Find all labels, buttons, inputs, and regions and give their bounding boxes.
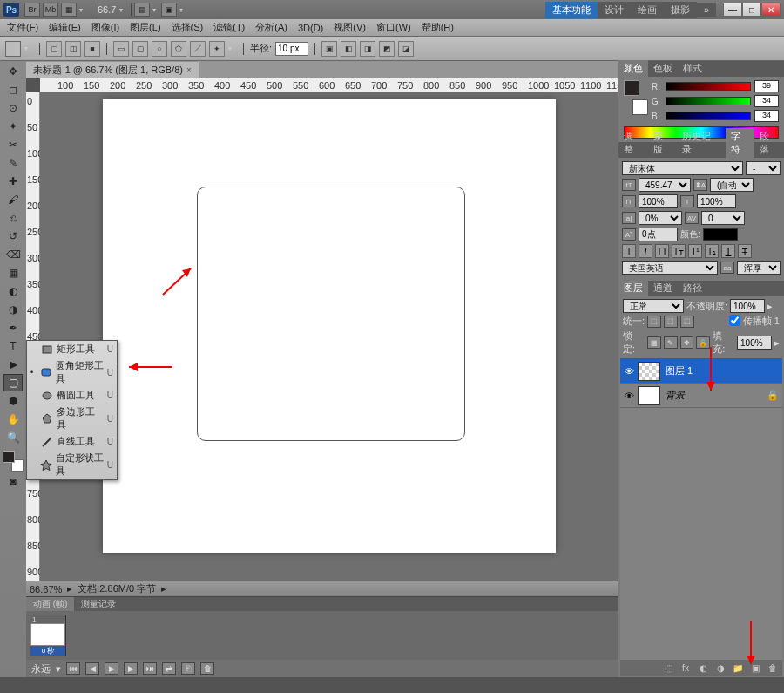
loop-selector[interactable]: 永远 xyxy=(31,662,51,676)
propagate-frame-checkbox[interactable] xyxy=(729,315,740,326)
paths-mode[interactable]: ◫ xyxy=(65,41,81,57)
shape-tool[interactable]: ▢ xyxy=(3,374,23,391)
paths-tab[interactable]: 路径 xyxy=(678,280,707,296)
opacity-input[interactable] xyxy=(730,299,765,313)
close-button[interactable]: ✕ xyxy=(761,3,781,17)
g-slider[interactable] xyxy=(666,97,751,105)
allcaps-button[interactable]: TT xyxy=(655,244,669,258)
menu-view[interactable]: 视图(V) xyxy=(330,21,369,34)
menu-file[interactable]: 文件(F) xyxy=(3,21,42,34)
lock-transparency-icon[interactable]: ▦ xyxy=(647,336,661,349)
italic-button[interactable]: T xyxy=(639,244,652,258)
layer-name[interactable]: 背景 xyxy=(666,389,685,402)
visibility-icon[interactable]: 👁 xyxy=(620,391,638,401)
layer-mask-icon[interactable]: ◐ xyxy=(697,662,709,674)
marquee-tool[interactable]: ◻ xyxy=(3,81,23,99)
arrange-documents-button[interactable]: ▤ xyxy=(134,3,150,17)
lasso-tool[interactable]: ⊙ xyxy=(3,99,23,117)
flyout-item[interactable]: 直线工具U xyxy=(27,433,117,450)
channels-tab[interactable]: 通道 xyxy=(648,280,678,296)
combine-exclude-icon[interactable]: ◪ xyxy=(398,41,414,57)
view-extras-button[interactable]: ▦ xyxy=(61,3,77,17)
combine-add-icon[interactable]: ◧ xyxy=(341,41,356,57)
workspace-tab-painting[interactable]: 绘画 xyxy=(631,2,664,18)
fill-pixels-mode[interactable]: ■ xyxy=(84,41,100,57)
menu-layer[interactable]: 图层(L) xyxy=(126,21,164,34)
color-tab[interactable]: 颜色 xyxy=(618,60,648,77)
antialias-select[interactable]: 浑厚 xyxy=(737,261,781,275)
menu-analysis[interactable]: 分析(A) xyxy=(252,21,291,34)
duplicate-frame-button[interactable]: ⎘ xyxy=(181,662,195,675)
animation-frame[interactable]: 1 0 秒 xyxy=(30,615,66,656)
layer-thumbnail[interactable] xyxy=(638,362,660,381)
language-select[interactable]: 美国英语 xyxy=(622,261,718,275)
fill-input[interactable] xyxy=(737,336,772,350)
lock-pixels-icon[interactable]: ✎ xyxy=(664,336,678,349)
eraser-tool[interactable]: ⌫ xyxy=(3,246,23,263)
type-tool[interactable]: T xyxy=(3,337,23,355)
font-family-select[interactable]: 新宋体 xyxy=(622,161,743,175)
lock-position-icon[interactable]: ✥ xyxy=(680,336,694,349)
flyout-item[interactable]: 自定形状工具U xyxy=(27,450,117,479)
rounded-rectangle-shape[interactable] xyxy=(197,187,465,441)
layers-tab[interactable]: 图层 xyxy=(618,280,648,296)
last-frame-button[interactable]: ⏭ xyxy=(143,662,157,675)
font-size-select[interactable]: 459.47点 xyxy=(639,178,691,192)
zoom-dropdown-icon[interactable]: ▾ xyxy=(119,6,128,14)
healing-tool[interactable]: ✚ xyxy=(3,173,23,190)
gradient-tool[interactable]: ▦ xyxy=(3,264,23,282)
blend-mode-select[interactable]: 正常 xyxy=(623,299,684,313)
magic-wand-tool[interactable]: ✦ xyxy=(3,118,23,135)
r-value[interactable]: 39 xyxy=(754,80,779,92)
tool-preset-button[interactable] xyxy=(5,41,21,57)
menu-window[interactable]: 窗口(W) xyxy=(373,21,415,34)
adjustments-tab[interactable]: 调整 xyxy=(618,128,648,158)
b-slider[interactable] xyxy=(666,112,751,120)
move-tool[interactable]: ✥ xyxy=(3,63,23,80)
layer-name[interactable]: 图层 1 xyxy=(666,364,693,377)
brush-tool[interactable]: 🖌 xyxy=(3,191,23,208)
menu-filter[interactable]: 滤镜(T) xyxy=(210,21,248,34)
stamp-tool[interactable]: ⎌ xyxy=(3,209,23,227)
tracking-select[interactable]: 0% xyxy=(639,211,682,225)
shape-rrect-icon[interactable]: ▢ xyxy=(132,41,148,57)
text-color-swatch[interactable] xyxy=(703,228,738,241)
mini-bridge-button[interactable]: Mb xyxy=(43,3,58,17)
paragraph-tab[interactable]: 段落 xyxy=(754,128,784,158)
pen-tool[interactable]: ✒ xyxy=(3,319,23,336)
canvas-area[interactable] xyxy=(40,92,618,581)
dodge-tool[interactable]: ◑ xyxy=(3,301,23,318)
workspace-tab-photography[interactable]: 摄影 xyxy=(664,2,697,18)
styles-tab[interactable]: 样式 xyxy=(678,60,707,77)
masks-tab[interactable]: 蒙版 xyxy=(648,128,678,158)
character-tab[interactable]: 字符 xyxy=(726,128,755,158)
flyout-item[interactable]: 椭圆工具U xyxy=(27,387,117,404)
shape-polygon-icon[interactable]: ⬠ xyxy=(171,41,186,57)
b-value[interactable]: 34 xyxy=(754,110,779,122)
combine-new-icon[interactable]: ▣ xyxy=(321,41,337,57)
underline-button[interactable]: T xyxy=(721,244,735,258)
screen-mode-button[interactable]: ▣ xyxy=(161,3,177,17)
3d-tool[interactable]: ⬢ xyxy=(3,392,23,410)
delete-frame-button[interactable]: 🗑 xyxy=(200,662,214,675)
maximize-button[interactable]: □ xyxy=(742,3,761,17)
flyout-item[interactable]: 矩形工具U xyxy=(27,341,117,357)
baseline-input[interactable] xyxy=(639,228,678,241)
zoom-tool[interactable]: 🔍 xyxy=(3,429,23,446)
animation-tab[interactable]: 动画 (帧) xyxy=(26,597,74,611)
menu-3d[interactable]: 3D(D) xyxy=(294,23,327,33)
swatches-tab[interactable]: 色板 xyxy=(648,60,678,77)
dropdown-icon[interactable]: ▾ xyxy=(79,6,88,14)
adjustment-layer-icon[interactable]: ◑ xyxy=(714,662,727,674)
first-frame-button[interactable]: ⏮ xyxy=(66,662,80,675)
menu-select[interactable]: 选择(S) xyxy=(168,21,207,34)
launch-bridge-button[interactable]: Br xyxy=(24,3,40,17)
minimize-button[interactable]: — xyxy=(723,3,742,17)
canvas[interactable] xyxy=(103,99,556,553)
zoom-level[interactable]: 66.7 xyxy=(98,4,116,15)
subscript-button[interactable]: T₁ xyxy=(705,244,719,258)
tween-button[interactable]: ⇄ xyxy=(162,662,176,675)
history-brush-tool[interactable]: ↺ xyxy=(3,228,23,245)
layer-item[interactable]: 👁背景🔒 xyxy=(620,384,782,408)
workspace-tab-design[interactable]: 设计 xyxy=(598,2,631,18)
